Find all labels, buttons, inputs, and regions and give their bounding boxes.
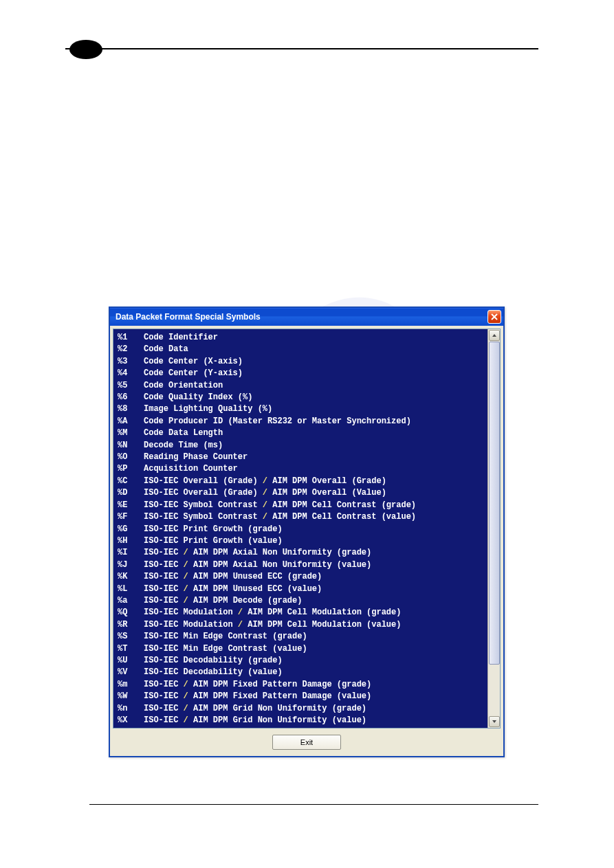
symbol-description: ISO-IEC / AIM DPM Unused ECC (value) bbox=[144, 583, 322, 595]
symbol-code: %T bbox=[118, 643, 144, 655]
list-item[interactable]: %8Image Lighting Quality (%) bbox=[118, 403, 487, 415]
symbol-description: ISO-IEC / AIM DPM Axial Non Uniformity (… bbox=[144, 547, 371, 559]
symbol-code: %n bbox=[118, 703, 144, 715]
list-item[interactable]: %MCode Data Length bbox=[118, 427, 487, 439]
symbol-description: ISO-IEC / AIM DPM Grid Non Uniformity (v… bbox=[144, 715, 366, 726]
list-item[interactable]: %FISO-IEC Symbol Contrast / AIM DPM Cell… bbox=[118, 511, 487, 523]
symbol-description: Code Quality Index (%) bbox=[144, 392, 252, 403]
list-item[interactable]: %JISO-IEC / AIM DPM Axial Non Uniformity… bbox=[118, 559, 487, 571]
list-item[interactable]: %IISO-IEC / AIM DPM Axial Non Uniformity… bbox=[118, 547, 487, 559]
symbol-code: %m bbox=[118, 679, 144, 691]
symbols-list-inner: %1Code Identifier%2Code Data%3Code Cente… bbox=[113, 329, 487, 728]
list-item[interactable]: %XISO-IEC / AIM DPM Grid Non Uniformity … bbox=[118, 715, 487, 726]
titlebar[interactable]: Data Packet Format Special Symbols bbox=[110, 308, 503, 326]
desc-separator: / bbox=[184, 727, 193, 728]
symbol-code: %N bbox=[118, 440, 144, 452]
desc-separator: / bbox=[238, 608, 248, 617]
desc-part-2: AIM DPM Grid Non Uniformity (value) bbox=[193, 715, 366, 725]
symbol-description: ISO-IEC Modulation / AIM DPM Cell Modula… bbox=[144, 619, 401, 631]
chevron-up-icon bbox=[492, 333, 497, 338]
symbol-code: %Q bbox=[118, 607, 144, 619]
footer-line bbox=[89, 804, 538, 805]
list-item[interactable]: %QISO-IEC Modulation / AIM DPM Cell Modu… bbox=[118, 607, 487, 619]
list-item[interactable]: %EISO-IEC Symbol Contrast / AIM DPM Cell… bbox=[118, 500, 487, 511]
list-item[interactable]: %NDecode Time (ms) bbox=[118, 440, 487, 452]
symbol-code: %H bbox=[118, 535, 144, 547]
symbol-description: Decode Time (ms) bbox=[144, 440, 223, 452]
list-item[interactable]: %4Code Center (Y-axis) bbox=[118, 368, 487, 379]
list-item[interactable]: %CISO-IEC Overall (Grade) / AIM DPM Over… bbox=[118, 476, 487, 487]
symbol-code: %S bbox=[118, 631, 144, 643]
list-item[interactable]: %KISO-IEC / AIM DPM Unused ECC (grade) bbox=[118, 571, 487, 583]
symbol-description: ISO-IEC Min Edge Contrast (grade) bbox=[144, 631, 307, 643]
list-item[interactable]: %UISO-IEC Decodability (grade) bbox=[118, 655, 487, 667]
list-item[interactable]: %RISO-IEC Modulation / AIM DPM Cell Modu… bbox=[118, 619, 487, 631]
desc-separator: / bbox=[263, 500, 272, 510]
list-item[interactable]: %aISO-IEC / AIM DPM Decode (grade) bbox=[118, 595, 487, 607]
list-item[interactable]: %LISO-IEC / AIM DPM Unused ECC (value) bbox=[118, 583, 487, 595]
list-item[interactable]: %3Code Center (X-axis) bbox=[118, 356, 487, 368]
scroll-thumb[interactable] bbox=[489, 342, 500, 665]
symbol-code: %4 bbox=[118, 368, 144, 379]
scroll-down-button[interactable] bbox=[489, 716, 500, 727]
symbol-code: %U bbox=[118, 655, 144, 667]
symbol-code: %F bbox=[118, 511, 144, 523]
desc-part-1: ISO-IEC Overall (Grade) bbox=[144, 488, 263, 498]
symbol-description: ISO-IEC / AIM DPM Fixed Pattern Damage (… bbox=[144, 691, 371, 702]
list-item[interactable]: %oISO-IEC / AIM DPM Minimum Reflectance … bbox=[118, 726, 487, 728]
list-item[interactable]: %mISO-IEC / AIM DPM Fixed Pattern Damage… bbox=[118, 679, 487, 691]
list-item[interactable]: %1Code Identifier bbox=[118, 332, 487, 344]
symbol-description: ISO-IEC Overall (Grade) / AIM DPM Overal… bbox=[144, 476, 386, 487]
list-item[interactable]: %WISO-IEC / AIM DPM Fixed Pattern Damage… bbox=[118, 691, 487, 702]
desc-part-2: AIM DPM Minimum Reflectance (grade) bbox=[193, 727, 366, 728]
dialog-window: Data Packet Format Special Symbols %1Cod… bbox=[109, 307, 505, 757]
list-item[interactable]: %nISO-IEC / AIM DPM Grid Non Uniformity … bbox=[118, 703, 487, 715]
list-item[interactable]: %ACode Producer ID (Master RS232 or Mast… bbox=[118, 416, 487, 427]
symbol-description: ISO-IEC / AIM DPM Decode (grade) bbox=[144, 595, 302, 607]
list-item[interactable]: %2Code Data bbox=[118, 344, 487, 355]
desc-part-2: AIM DPM Fixed Pattern Damage (grade) bbox=[193, 680, 371, 689]
close-button[interactable] bbox=[487, 310, 501, 324]
symbol-description: Code Identifier bbox=[144, 332, 218, 344]
list-item[interactable]: %TISO-IEC Min Edge Contrast (value) bbox=[118, 643, 487, 655]
symbol-code: %P bbox=[118, 463, 144, 475]
header-line bbox=[65, 48, 538, 49]
vertical-scrollbar[interactable] bbox=[487, 329, 500, 728]
list-item[interactable]: %GISO-IEC Print Growth (grade) bbox=[118, 524, 487, 535]
symbol-code: %V bbox=[118, 667, 144, 678]
list-item[interactable]: %HISO-IEC Print Growth (value) bbox=[118, 535, 487, 547]
symbol-description: ISO-IEC Decodability (grade) bbox=[144, 655, 283, 667]
desc-part-2: AIM DPM Cell Modulation (value) bbox=[248, 620, 401, 630]
symbol-description: Code Producer ID (Master RS232 or Master… bbox=[144, 416, 411, 427]
exit-button[interactable]: Exit bbox=[272, 735, 341, 750]
symbol-code: %1 bbox=[118, 332, 144, 344]
symbol-code: %E bbox=[118, 500, 144, 511]
desc-part-2: AIM DPM Axial Non Uniformity (grade) bbox=[193, 548, 371, 557]
symbol-code: %L bbox=[118, 583, 144, 595]
desc-part-2: AIM DPM Cell Contrast (value) bbox=[272, 512, 416, 522]
list-item[interactable]: %6Code Quality Index (%) bbox=[118, 392, 487, 403]
desc-separator: / bbox=[184, 680, 193, 689]
desc-part-2: AIM DPM Grid Non Uniformity (grade) bbox=[193, 704, 366, 713]
desc-part-2: AIM DPM Cell Modulation (grade) bbox=[248, 608, 401, 617]
symbol-code: %G bbox=[118, 524, 144, 535]
list-item[interactable]: %OReading Phase Counter bbox=[118, 452, 487, 463]
scroll-up-button[interactable] bbox=[489, 330, 500, 341]
symbol-description: Image Lighting Quality (%) bbox=[144, 403, 272, 415]
list-item[interactable]: %PAcquisition Counter bbox=[118, 463, 487, 475]
symbol-description: ISO-IEC / AIM DPM Axial Non Uniformity (… bbox=[144, 559, 371, 571]
desc-separator: / bbox=[238, 620, 248, 630]
list-item[interactable]: %DISO-IEC Overall (Grade) / AIM DPM Over… bbox=[118, 487, 487, 499]
symbol-code: %3 bbox=[118, 356, 144, 368]
desc-separator: / bbox=[184, 572, 193, 581]
symbol-description: ISO-IEC Print Growth (grade) bbox=[144, 524, 283, 535]
list-item[interactable]: %VISO-IEC Decodability (value) bbox=[118, 667, 487, 678]
list-item[interactable]: %5Code Orientation bbox=[118, 380, 487, 392]
list-item[interactable]: %SISO-IEC Min Edge Contrast (grade) bbox=[118, 631, 487, 643]
desc-separator: / bbox=[263, 512, 272, 522]
symbol-code: %C bbox=[118, 476, 144, 487]
header-ellipse bbox=[69, 40, 102, 59]
symbol-description: Code Orientation bbox=[144, 380, 223, 392]
desc-part-2: AIM DPM Cell Contrast (grade) bbox=[272, 500, 416, 510]
desc-part-1: ISO-IEC bbox=[144, 548, 184, 557]
